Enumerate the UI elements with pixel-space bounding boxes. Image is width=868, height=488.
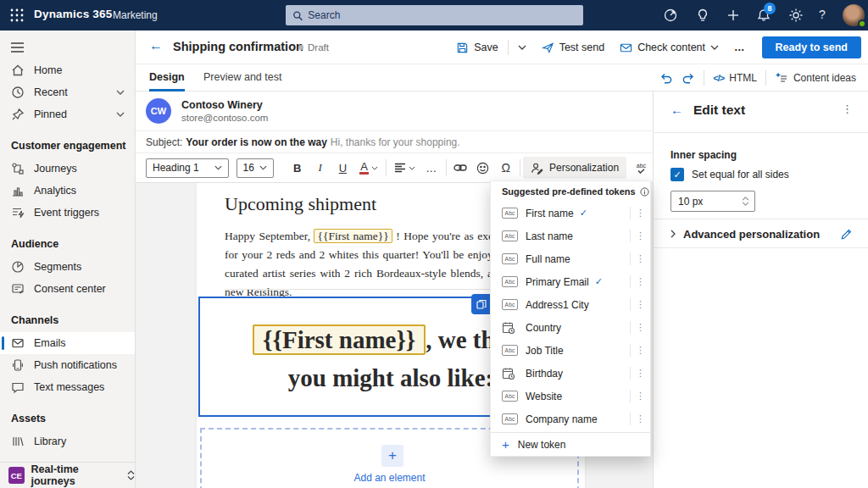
sidebar-item-segments[interactable]: Segments [0, 256, 135, 278]
spellcheck-icon: abc [637, 163, 646, 169]
sidebar-item-event-triggers[interactable]: Event triggers [0, 202, 135, 224]
divider [630, 367, 631, 380]
tab-preview-and-test[interactable]: Preview and test [203, 64, 281, 92]
sidebar-item-text-messages[interactable]: Text messages [0, 376, 135, 398]
spacing-stepper[interactable] [670, 191, 755, 212]
help-icon[interactable]: ? [819, 8, 826, 23]
duplicate-element-button[interactable] [471, 294, 492, 314]
spacing-input[interactable] [678, 196, 725, 208]
bold-button[interactable]: B [286, 158, 309, 178]
kebab-menu-icon[interactable]: ⋮ [636, 254, 645, 263]
undo-icon[interactable] [659, 71, 673, 85]
checkbox-label: Set equal for all sides [692, 169, 789, 180]
redo-icon[interactable] [682, 71, 695, 85]
token-item-primary-email[interactable]: Abc Primary Email ✓ ⋮ [491, 270, 650, 293]
global-search[interactable] [286, 5, 583, 25]
hamburger-menu-icon[interactable] [10, 42, 25, 53]
new-token-button[interactable]: + New token [491, 433, 650, 456]
plus-icon[interactable] [726, 8, 741, 23]
test-send-button[interactable]: Test send [536, 37, 611, 58]
paragraph-style-select[interactable]: Heading 1 [146, 158, 229, 178]
kebab-menu-icon[interactable]: ⋮ [636, 277, 645, 286]
task-checker-icon[interactable] [663, 8, 678, 23]
token-item-first-name[interactable]: Abc First name ✓ ⋮ [491, 202, 650, 225]
advanced-personalization-row[interactable]: Advanced personalization [654, 220, 868, 247]
chevron-down-icon[interactable] [116, 90, 125, 95]
subject-row[interactable]: Subject: Your order is now on the way Hi… [136, 131, 653, 153]
sidebar-item-consent-center[interactable]: Consent center [0, 278, 135, 300]
font-color-button[interactable]: A [354, 158, 384, 178]
link-button[interactable] [449, 158, 472, 178]
gear-icon[interactable] [788, 8, 804, 23]
waffle-icon[interactable] [10, 8, 24, 22]
area-switcher[interactable]: CE Real-time journeys [0, 462, 135, 488]
kebab-menu-icon[interactable]: ⋮ [842, 103, 853, 115]
token-item-last-name[interactable]: Abc Last name ⋮ [491, 225, 650, 247]
set-equal-checkbox-row[interactable]: ✓ Set equal for all sides [670, 168, 789, 181]
token-item-address1-city[interactable]: Abc Address1 City ⋮ [491, 293, 650, 316]
align-button[interactable] [389, 158, 420, 178]
module-name[interactable]: Marketing [113, 9, 158, 21]
spellcheck-button[interactable]: abc [630, 158, 653, 178]
add-element-plus-icon[interactable]: + [381, 445, 403, 467]
add-element-label[interactable]: Add an element [202, 472, 577, 484]
italic-button[interactable]: I [309, 158, 331, 178]
token-item-job-title[interactable]: Abc Job Title ⋮ [491, 339, 650, 362]
save-button[interactable]: Save [450, 37, 504, 58]
token-item-country[interactable]: Country ⋮ [491, 316, 650, 339]
search-input[interactable] [308, 9, 576, 21]
content-ideas-button[interactable]: Content ideas [775, 71, 856, 85]
kebab-menu-icon[interactable]: ⋮ [636, 300, 645, 309]
personalization-token-block[interactable]: {{First name}} [253, 324, 426, 355]
kebab-menu-icon[interactable]: ⋮ [636, 414, 645, 424]
font-size-select[interactable]: 16 [236, 158, 275, 178]
kebab-menu-icon[interactable]: ⋮ [636, 346, 645, 355]
personalization-button[interactable]: Personalization [523, 157, 626, 179]
kebab-menu-icon[interactable]: ⋮ [636, 391, 645, 401]
kebab-menu-icon[interactable]: ⋮ [636, 369, 645, 378]
app-title[interactable]: Dynamics 365 [34, 8, 112, 20]
personalization-token-inline[interactable]: {{First name}} [314, 229, 392, 243]
sidebar-item-library[interactable]: Library [0, 430, 135, 452]
kebab-menu-icon[interactable]: ⋮ [636, 323, 645, 332]
info-icon[interactable] [640, 187, 649, 197]
sidebar-item-emails[interactable]: Emails [0, 332, 135, 354]
segments-icon [11, 260, 25, 274]
sidebar-item-pinned[interactable]: Pinned [0, 103, 135, 125]
more-commands-button[interactable]: … [728, 37, 752, 58]
special-character-button[interactable]: Ω [494, 158, 517, 178]
sender-row[interactable]: CW Contoso Winery store@contoso.com [136, 92, 653, 131]
token-item-website[interactable]: Abc Website ⋮ [491, 385, 650, 408]
lightbulb-icon[interactable] [695, 8, 710, 23]
checkbox-checked[interactable]: ✓ [670, 168, 684, 181]
sidebar-item-recent[interactable]: Recent [0, 81, 135, 103]
more-formatting-button[interactable]: … [420, 158, 443, 178]
ready-to-send-button[interactable]: Ready to send [762, 36, 861, 58]
token-item-company-name[interactable]: Abc Company name ⋮ [491, 408, 650, 430]
nav-section-title: Channels [0, 300, 135, 332]
user-avatar[interactable] [843, 4, 865, 26]
check-content-button[interactable]: Check content [614, 37, 725, 58]
edit-pencil-icon[interactable] [840, 228, 853, 241]
email-heading[interactable]: Upcoming shipment [225, 193, 376, 215]
back-arrow-icon[interactable]: ← [149, 38, 163, 53]
token-item-birthday[interactable]: Birthday ⋮ [491, 362, 650, 385]
kebab-menu-icon[interactable]: ⋮ [636, 208, 645, 218]
save-split-chevron[interactable] [512, 41, 532, 54]
kebab-menu-icon[interactable]: ⋮ [636, 231, 645, 241]
sidebar-item-analytics[interactable]: Analytics [0, 180, 135, 202]
sidebar-item-home[interactable]: Home [0, 59, 135, 81]
sidebar-item-journeys[interactable]: Journeys [0, 158, 135, 180]
chevron-down-icon[interactable] [116, 112, 125, 117]
token-item-full-name[interactable]: Abc Full name ⋮ [491, 247, 650, 270]
stepper-arrows[interactable] [742, 197, 749, 206]
divider [630, 298, 631, 311]
emoji-button[interactable] [471, 158, 494, 178]
chevron-up-icon[interactable] [742, 197, 749, 201]
panel-back-arrow-icon[interactable]: ← [670, 103, 683, 117]
underline-button[interactable]: U [331, 158, 354, 178]
html-view-button[interactable]: </> HTML [713, 72, 757, 84]
chevron-down-icon[interactable] [742, 202, 749, 206]
sidebar-item-push-notifications[interactable]: Push notifications [0, 354, 135, 376]
tab-design[interactable]: Design [149, 64, 185, 92]
